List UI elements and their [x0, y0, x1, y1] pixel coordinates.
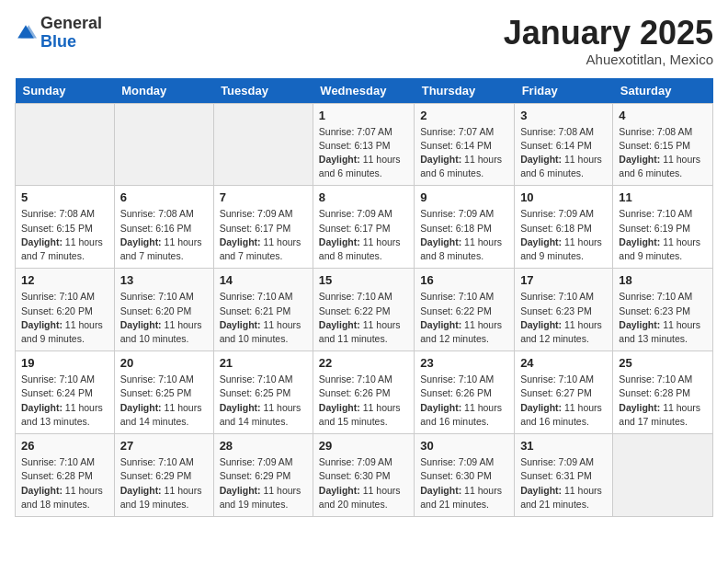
day-info: Sunrise: 7:09 AMSunset: 6:17 PMDaylight:… [220, 207, 307, 263]
calendar-cell [213, 103, 313, 186]
day-info: Sunrise: 7:10 AMSunset: 6:23 PMDaylight:… [520, 290, 607, 346]
day-number: 4 [619, 109, 707, 122]
day-number: 28 [220, 439, 307, 453]
day-number: 11 [619, 190, 707, 204]
day-info: Sunrise: 7:10 AMSunset: 6:22 PMDaylight:… [319, 290, 408, 346]
day-number: 3 [520, 109, 607, 122]
weekday-header-tuesday: Tuesday [213, 78, 313, 104]
day-number: 23 [420, 356, 508, 370]
day-number: 30 [420, 439, 508, 453]
day-info: Sunrise: 7:08 AMSunset: 6:14 PMDaylight:… [520, 125, 607, 181]
calendar-cell: 11Sunrise: 7:10 AMSunset: 6:19 PMDayligh… [613, 186, 713, 269]
calendar-week-2: 5Sunrise: 7:08 AMSunset: 6:15 PMDaylight… [16, 186, 713, 269]
calendar-cell: 31Sunrise: 7:09 AMSunset: 6:31 PMDayligh… [515, 434, 613, 517]
calendar-cell: 17Sunrise: 7:10 AMSunset: 6:23 PMDayligh… [515, 269, 613, 351]
day-number: 1 [319, 109, 408, 122]
calendar-table: SundayMondayTuesdayWednesdayThursdayFrid… [15, 78, 713, 517]
calendar-cell: 20Sunrise: 7:10 AMSunset: 6:25 PMDayligh… [114, 351, 213, 434]
calendar-cell: 22Sunrise: 7:10 AMSunset: 6:26 PMDayligh… [313, 351, 414, 434]
weekday-header-wednesday: Wednesday [313, 78, 414, 104]
day-number: 19 [21, 356, 108, 370]
calendar-cell: 1Sunrise: 7:07 AMSunset: 6:13 PMDaylight… [313, 103, 414, 186]
calendar-cell: 30Sunrise: 7:09 AMSunset: 6:30 PMDayligh… [415, 434, 515, 517]
calendar-subtitle: Ahuexotitlan, Mexico [504, 52, 713, 67]
day-info: Sunrise: 7:09 AMSunset: 6:31 PMDaylight:… [520, 455, 607, 511]
calendar-cell: 28Sunrise: 7:09 AMSunset: 6:29 PMDayligh… [213, 434, 313, 517]
calendar-cell: 8Sunrise: 7:09 AMSunset: 6:17 PMDaylight… [313, 186, 414, 269]
day-number: 15 [319, 273, 408, 287]
logo: General Blue [15, 15, 102, 52]
day-number: 7 [220, 190, 307, 204]
day-info: Sunrise: 7:10 AMSunset: 6:27 PMDaylight:… [520, 373, 607, 429]
day-info: Sunrise: 7:07 AMSunset: 6:14 PMDaylight:… [420, 125, 508, 181]
calendar-cell: 26Sunrise: 7:10 AMSunset: 6:28 PMDayligh… [16, 434, 115, 517]
day-info: Sunrise: 7:10 AMSunset: 6:25 PMDaylight:… [220, 373, 307, 429]
calendar-week-5: 26Sunrise: 7:10 AMSunset: 6:28 PMDayligh… [16, 434, 713, 517]
day-info: Sunrise: 7:10 AMSunset: 6:23 PMDaylight:… [619, 290, 707, 346]
calendar-cell: 21Sunrise: 7:10 AMSunset: 6:25 PMDayligh… [213, 351, 313, 434]
day-number: 26 [21, 439, 108, 453]
day-number: 13 [120, 273, 208, 287]
day-info: Sunrise: 7:10 AMSunset: 6:21 PMDaylight:… [220, 290, 307, 346]
calendar-cell: 19Sunrise: 7:10 AMSunset: 6:24 PMDayligh… [16, 351, 115, 434]
calendar-cell: 16Sunrise: 7:10 AMSunset: 6:22 PMDayligh… [415, 269, 515, 351]
calendar-cell: 7Sunrise: 7:09 AMSunset: 6:17 PMDaylight… [213, 186, 313, 269]
calendar-header: SundayMondayTuesdayWednesdayThursdayFrid… [16, 78, 713, 104]
day-number: 6 [120, 190, 208, 204]
calendar-week-4: 19Sunrise: 7:10 AMSunset: 6:24 PMDayligh… [16, 351, 713, 434]
day-info: Sunrise: 7:10 AMSunset: 6:28 PMDaylight:… [619, 373, 707, 429]
calendar-cell: 14Sunrise: 7:10 AMSunset: 6:21 PMDayligh… [213, 269, 313, 351]
day-info: Sunrise: 7:10 AMSunset: 6:26 PMDaylight:… [420, 373, 508, 429]
day-number: 5 [21, 190, 108, 204]
day-info: Sunrise: 7:10 AMSunset: 6:19 PMDaylight:… [619, 207, 707, 263]
day-info: Sunrise: 7:09 AMSunset: 6:30 PMDaylight:… [319, 455, 408, 511]
day-info: Sunrise: 7:10 AMSunset: 6:29 PMDaylight:… [120, 455, 208, 511]
day-info: Sunrise: 7:10 AMSunset: 6:20 PMDaylight:… [120, 290, 208, 346]
page-header: General Blue January 2025 Ahuexotitlan, … [15, 15, 713, 67]
day-info: Sunrise: 7:10 AMSunset: 6:20 PMDaylight:… [21, 290, 108, 346]
day-info: Sunrise: 7:10 AMSunset: 6:25 PMDaylight:… [120, 373, 208, 429]
day-info: Sunrise: 7:10 AMSunset: 6:24 PMDaylight:… [21, 373, 108, 429]
calendar-cell: 29Sunrise: 7:09 AMSunset: 6:30 PMDayligh… [313, 434, 414, 517]
day-info: Sunrise: 7:08 AMSunset: 6:16 PMDaylight:… [120, 207, 208, 263]
calendar-cell: 24Sunrise: 7:10 AMSunset: 6:27 PMDayligh… [515, 351, 613, 434]
calendar-cell: 27Sunrise: 7:10 AMSunset: 6:29 PMDayligh… [114, 434, 213, 517]
day-info: Sunrise: 7:10 AMSunset: 6:22 PMDaylight:… [420, 290, 508, 346]
weekday-header-saturday: Saturday [613, 78, 713, 104]
logo-blue-text: Blue [40, 33, 102, 52]
weekday-header-sunday: Sunday [16, 78, 115, 104]
calendar-cell: 4Sunrise: 7:08 AMSunset: 6:15 PMDaylight… [613, 103, 713, 186]
calendar-cell: 12Sunrise: 7:10 AMSunset: 6:20 PMDayligh… [16, 269, 115, 351]
day-number: 21 [220, 356, 307, 370]
day-number: 27 [120, 439, 208, 453]
day-info: Sunrise: 7:10 AMSunset: 6:26 PMDaylight:… [319, 373, 408, 429]
day-number: 24 [520, 356, 607, 370]
title-block: January 2025 Ahuexotitlan, Mexico [504, 15, 713, 67]
calendar-cell: 15Sunrise: 7:10 AMSunset: 6:22 PMDayligh… [313, 269, 414, 351]
calendar-cell [613, 434, 713, 517]
day-number: 29 [319, 439, 408, 453]
calendar-week-1: 1Sunrise: 7:07 AMSunset: 6:13 PMDaylight… [16, 103, 713, 186]
weekday-header-thursday: Thursday [415, 78, 515, 104]
weekday-header-monday: Monday [114, 78, 213, 104]
day-number: 9 [420, 190, 508, 204]
day-number: 20 [120, 356, 208, 370]
day-info: Sunrise: 7:09 AMSunset: 6:17 PMDaylight:… [319, 207, 408, 263]
day-number: 16 [420, 273, 508, 287]
calendar-cell: 3Sunrise: 7:08 AMSunset: 6:14 PMDaylight… [515, 103, 613, 186]
calendar-cell [114, 103, 213, 186]
logo-icon [15, 22, 37, 44]
calendar-cell: 2Sunrise: 7:07 AMSunset: 6:14 PMDaylight… [415, 103, 515, 186]
day-info: Sunrise: 7:09 AMSunset: 6:29 PMDaylight:… [220, 455, 307, 511]
day-number: 10 [520, 190, 607, 204]
calendar-cell: 5Sunrise: 7:08 AMSunset: 6:15 PMDaylight… [16, 186, 115, 269]
day-info: Sunrise: 7:09 AMSunset: 6:18 PMDaylight:… [420, 207, 508, 263]
day-info: Sunrise: 7:07 AMSunset: 6:13 PMDaylight:… [319, 125, 408, 181]
day-number: 31 [520, 439, 607, 453]
day-number: 18 [619, 273, 707, 287]
calendar-cell: 25Sunrise: 7:10 AMSunset: 6:28 PMDayligh… [613, 351, 713, 434]
logo-general-text: General [40, 15, 102, 33]
day-info: Sunrise: 7:09 AMSunset: 6:30 PMDaylight:… [420, 455, 508, 511]
day-number: 25 [619, 356, 707, 370]
calendar-cell [16, 103, 115, 186]
